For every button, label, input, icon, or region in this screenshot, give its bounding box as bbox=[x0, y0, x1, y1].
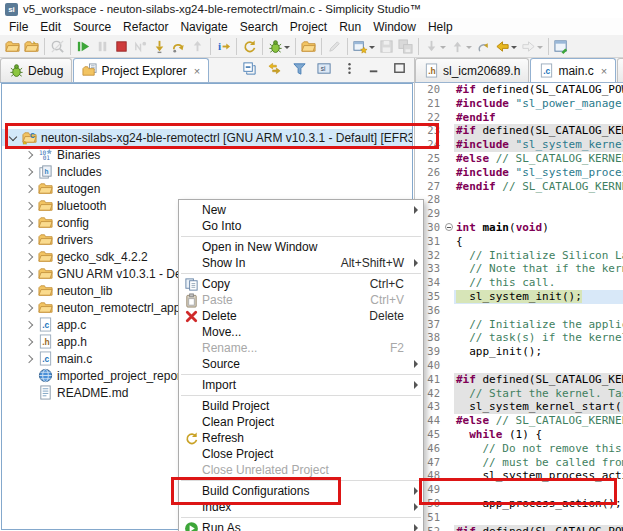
dropdown-caret-icon[interactable] bbox=[537, 46, 543, 52]
chevron-down-icon[interactable] bbox=[8, 133, 18, 143]
context-menu-item-label: Close Project bbox=[202, 447, 404, 461]
menubar-item-help[interactable]: Help bbox=[422, 19, 459, 35]
dropdown-caret-icon[interactable] bbox=[284, 46, 290, 52]
menubar-item-window[interactable]: Window bbox=[367, 19, 422, 35]
collapse-minus-icon[interactable] bbox=[445, 223, 453, 231]
toolbar-resume-button[interactable] bbox=[75, 37, 92, 56]
context-menu-item-new[interactable]: New bbox=[179, 202, 423, 218]
toolbar-save-button[interactable] bbox=[378, 37, 395, 56]
tree-item-neuton-silabs-xg24-ble-remotectrl-gnu-arm-v10-3-1-default-efr32mg24b31[interactable]: Cneuton-silabs-xg24-ble-remotectrl [GNU … bbox=[2, 129, 412, 146]
tree-item-includes[interactable]: hIncludes bbox=[2, 163, 412, 180]
toolbar-forward-button[interactable] bbox=[520, 37, 544, 56]
chevron-right-icon[interactable] bbox=[24, 167, 34, 177]
chevron-right-icon[interactable] bbox=[24, 201, 34, 211]
panel-maximize-button[interactable] bbox=[390, 59, 408, 78]
fold-ruler bbox=[444, 262, 454, 276]
context-menu-item-move[interactable]: Move... bbox=[179, 324, 423, 340]
menubar-item-navigate[interactable]: Navigate bbox=[174, 19, 233, 35]
context-menu-item-build-configurations[interactable]: Build Configurations bbox=[179, 483, 423, 499]
chevron-right-icon[interactable] bbox=[24, 218, 34, 228]
dropdown-caret-icon[interactable] bbox=[440, 46, 446, 52]
context-menu-item-copy[interactable]: CopyCtrl+C bbox=[179, 276, 423, 292]
context-menu-item-show-in[interactable]: Show InAlt+Shift+W bbox=[179, 255, 423, 271]
menubar-item-edit[interactable]: Edit bbox=[34, 19, 67, 35]
editor-tab-sl-icm20689-h[interactable]: .hsl_icm20689.h bbox=[415, 58, 529, 82]
toolbar-search-button[interactable] bbox=[49, 37, 66, 56]
toolbar-open-file-button[interactable] bbox=[4, 37, 21, 56]
menubar-item-search[interactable]: Search bbox=[234, 19, 284, 35]
chevron-right-icon[interactable] bbox=[24, 320, 34, 330]
context-menu-item-refresh[interactable]: Refresh bbox=[179, 430, 423, 446]
toolbar-pause-button[interactable] bbox=[94, 37, 111, 56]
chevron-right-icon[interactable] bbox=[24, 354, 34, 364]
context-menu-item-index[interactable]: Index bbox=[179, 499, 423, 515]
menubar-item-source[interactable]: Source bbox=[67, 19, 117, 35]
toolbar-back-button[interactable] bbox=[494, 37, 518, 56]
toolbar-next-annotation-button[interactable] bbox=[423, 37, 447, 56]
context-menu-item-go-into[interactable]: Go Into bbox=[179, 218, 423, 234]
context-menu-item-build-project[interactable]: Build Project bbox=[179, 398, 423, 414]
context-menu-item-label: Open in New Window bbox=[202, 240, 404, 254]
toolbar-debug-button[interactable] bbox=[267, 37, 291, 56]
menubar-item-project[interactable]: Project bbox=[284, 19, 333, 35]
context-menu-item-clean-project[interactable]: Clean Project bbox=[179, 414, 423, 430]
toolbar-step-into-button[interactable] bbox=[151, 37, 168, 56]
view-tab-project-explorer[interactable]: Project Explorer× bbox=[73, 58, 209, 82]
editor-panel: .hsl_icm20689.h.cmain.c×.h 20#if defined… bbox=[414, 58, 623, 531]
context-menu-item-run-as[interactable]: Run As bbox=[179, 520, 423, 531]
context-menu-item-open-in-new-window[interactable]: Open in New Window bbox=[179, 239, 423, 255]
annotation-ruler bbox=[415, 83, 422, 97]
close-icon[interactable]: × bbox=[194, 65, 200, 77]
editor-tab-main-c[interactable]: .cmain.c× bbox=[530, 58, 616, 82]
dropdown-caret-icon[interactable] bbox=[511, 46, 517, 52]
panel-filter-button[interactable] bbox=[290, 59, 308, 78]
dropdown-caret-icon[interactable] bbox=[369, 46, 375, 52]
chevron-right-icon[interactable] bbox=[24, 235, 34, 245]
toolbar-refresh-button[interactable] bbox=[241, 37, 258, 56]
toolbar-last-edit-location-button[interactable] bbox=[475, 37, 492, 56]
editor-tab-partial[interactable]: .h bbox=[617, 58, 623, 82]
view-menu-icon bbox=[341, 61, 357, 77]
context-menu-item-delete[interactable]: DeleteDelete bbox=[179, 308, 423, 324]
toolbar-pencil-button[interactable] bbox=[326, 37, 343, 56]
context-menu-accelerator: Ctrl+C bbox=[370, 277, 411, 291]
chevron-right-icon[interactable] bbox=[24, 303, 34, 313]
toolbar-disconnect-button[interactable] bbox=[132, 37, 149, 56]
toolbar-step-into-selection-button[interactable]: i bbox=[215, 37, 232, 56]
panel-link-editor-button[interactable] bbox=[265, 59, 283, 78]
chevron-right-icon[interactable] bbox=[24, 252, 34, 262]
tree-item-binaries[interactable]: 1001Binaries bbox=[2, 146, 412, 163]
panel-si-view-button[interactable]: si bbox=[315, 59, 333, 78]
chevron-right-icon[interactable] bbox=[24, 150, 34, 160]
context-menu-item-import[interactable]: Import bbox=[179, 377, 423, 393]
code-text: #if defined(SL_CATALOG_POWER_MANAGER_PRE… bbox=[454, 525, 623, 531]
toolbar-save-all-button[interactable] bbox=[397, 37, 414, 56]
toolbar-step-over-button[interactable] bbox=[170, 37, 187, 56]
menubar-item-refactor[interactable]: Refactor bbox=[117, 19, 174, 35]
panel-collapse-all-button[interactable] bbox=[240, 59, 258, 78]
toolbar-step-return-button[interactable] bbox=[189, 37, 206, 56]
toolbar-open-folder-button[interactable] bbox=[300, 37, 317, 56]
menubar-item-run[interactable]: Run bbox=[333, 19, 367, 35]
panel-view-menu-button[interactable] bbox=[340, 59, 358, 78]
dropdown-caret-icon[interactable] bbox=[466, 46, 472, 52]
context-menu-item-close-project[interactable]: Close Project bbox=[179, 446, 423, 462]
view-tab-debug[interactable]: Debug bbox=[0, 58, 72, 82]
chevron-right-icon[interactable] bbox=[24, 269, 34, 279]
chevron-right-icon[interactable] bbox=[24, 184, 34, 194]
panel-minimize-button[interactable] bbox=[365, 59, 383, 78]
close-icon[interactable]: × bbox=[601, 65, 607, 77]
toolbar-previous-annotation-button[interactable] bbox=[449, 37, 473, 56]
toolbar-stop-button[interactable] bbox=[113, 37, 130, 56]
simplicity-studio-window: si v5_workspace - neuton-silabs-xg24-ble… bbox=[0, 0, 623, 531]
line-number: 41 bbox=[422, 373, 444, 387]
chevron-right-icon[interactable] bbox=[24, 337, 34, 347]
tree-item-autogen[interactable]: autogen bbox=[2, 180, 412, 197]
toolbar-open-perspective-button[interactable] bbox=[553, 37, 570, 56]
menubar-item-file[interactable]: File bbox=[3, 19, 34, 35]
chevron-right-icon[interactable] bbox=[24, 286, 34, 296]
context-menu-item-source[interactable]: Source bbox=[179, 356, 423, 372]
toolbar-open-resource-button[interactable] bbox=[23, 37, 40, 56]
code-editor[interactable]: 20#if defined(SL_CATALOG_POWER_MANAGER_P… bbox=[415, 83, 623, 531]
toolbar-new-wizard-button[interactable] bbox=[352, 37, 376, 56]
